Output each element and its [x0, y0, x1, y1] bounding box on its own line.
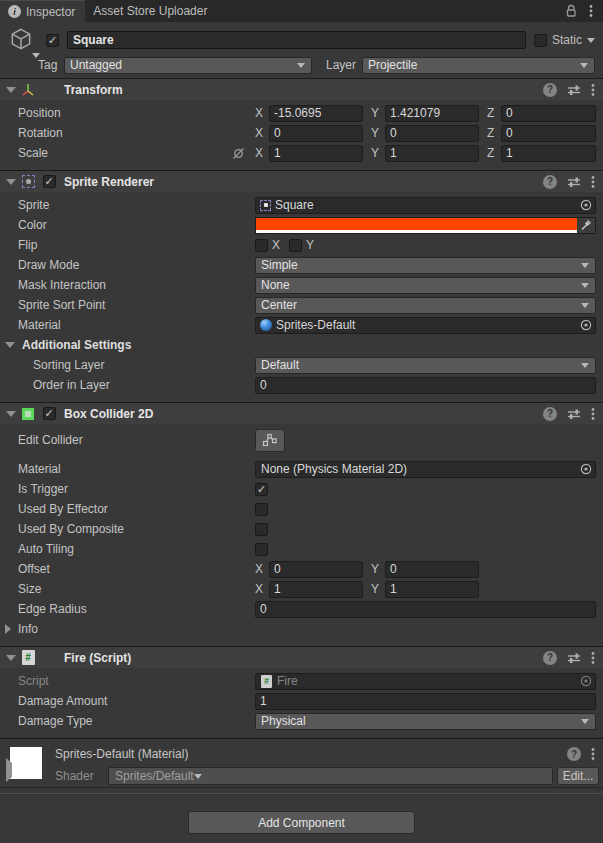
layer-dropdown[interactable]: Projectile	[362, 57, 595, 74]
tab-asset-store-uploader[interactable]: Asset Store Uploader	[85, 0, 217, 22]
foldout-open-icon[interactable]	[4, 179, 18, 185]
size-y-field[interactable]: 1	[385, 581, 479, 598]
unlinked-scale-icon[interactable]	[232, 147, 245, 160]
kebab-menu-icon[interactable]	[589, 4, 593, 18]
box-collider-header[interactable]: ✓ Box Collider 2D ?	[0, 402, 603, 424]
axis-z-label: Z	[487, 146, 499, 160]
static-checkbox[interactable]	[534, 34, 547, 47]
scale-x-field[interactable]: 1	[269, 145, 363, 162]
edge-radius-field[interactable]: 0	[255, 601, 596, 618]
physics-material-value: None (Physics Material 2D)	[258, 462, 579, 476]
transform-header[interactable]: Transform ?	[0, 78, 603, 100]
damage-amount-field[interactable]: 1	[255, 693, 596, 710]
script-object-field[interactable]: # Fire	[255, 673, 596, 690]
presets-icon[interactable]	[567, 408, 581, 420]
position-z-field[interactable]: 0	[501, 105, 596, 122]
foldout-closed-icon	[5, 624, 11, 634]
static-chevron-down-icon[interactable]	[587, 38, 595, 43]
help-icon[interactable]: ?	[543, 175, 557, 189]
color-swatch-field[interactable]	[255, 217, 596, 234]
physics-material-field[interactable]: None (Physics Material 2D)	[255, 461, 596, 478]
presets-icon[interactable]	[567, 84, 581, 96]
foldout-open-icon[interactable]	[4, 411, 18, 417]
help-icon[interactable]: ?	[543, 83, 557, 97]
object-picker-icon[interactable]	[579, 318, 593, 332]
unlocked-padlock-icon[interactable]	[565, 4, 577, 18]
used-by-effector-checkbox[interactable]	[255, 503, 268, 516]
info-row[interactable]: Info	[0, 619, 603, 639]
help-icon[interactable]: ?	[567, 747, 581, 761]
object-picker-icon[interactable]	[579, 674, 593, 688]
flip-x-label: X	[272, 238, 280, 252]
rotation-y-field[interactable]: 0	[385, 125, 479, 142]
checkmark-icon: ✓	[48, 35, 57, 46]
presets-icon[interactable]	[567, 176, 581, 188]
used-by-composite-checkbox[interactable]	[255, 523, 268, 536]
rotation-z-value: 0	[506, 126, 513, 140]
fire-script-title: Fire (Script)	[64, 651, 131, 665]
help-icon[interactable]: ?	[543, 651, 557, 665]
foldout-open-icon[interactable]	[4, 655, 18, 661]
gameobject-name-field[interactable]: Square	[67, 31, 526, 49]
flip-row: Flip X Y	[0, 235, 603, 255]
edge-radius-label: Edge Radius	[18, 602, 87, 616]
offset-x-field[interactable]: 0	[269, 561, 363, 578]
presets-icon[interactable]	[567, 652, 581, 664]
is-trigger-checkbox[interactable]: ✓	[255, 483, 268, 496]
add-component-button[interactable]: Add Component	[188, 811, 415, 834]
damage-type-dropdown[interactable]: Physical	[255, 713, 596, 730]
mask-interaction-dropdown[interactable]: None	[255, 277, 596, 294]
shader-row: Shader Sprites/Default Edit...	[0, 765, 603, 787]
object-picker-icon[interactable]	[579, 462, 593, 476]
material-preview-thumbnail[interactable]	[10, 747, 42, 779]
sprite-sort-point-dropdown[interactable]: Center	[255, 297, 596, 314]
color-swatch[interactable]	[256, 218, 577, 233]
sprite-object-field[interactable]: Square	[255, 197, 596, 214]
material-object-field[interactable]: Sprites-Default	[255, 317, 596, 334]
rotation-x-field[interactable]: 0	[269, 125, 363, 142]
kebab-menu-icon[interactable]	[591, 651, 595, 665]
sprite-renderer-icon	[20, 174, 36, 190]
script-page-icon: #	[261, 675, 272, 688]
sprite-renderer-enabled-checkbox[interactable]: ✓	[43, 175, 56, 188]
size-y-value: 1	[390, 582, 397, 596]
eyedropper-icon[interactable]	[577, 218, 595, 233]
foldout-open-icon[interactable]	[4, 87, 18, 93]
help-icon[interactable]: ?	[543, 407, 557, 421]
scale-y-field[interactable]: 1	[385, 145, 479, 162]
chevron-down-icon	[297, 63, 305, 68]
order-in-layer-field[interactable]: 0	[255, 377, 596, 394]
tab-inspector[interactable]: i Inspector	[0, 0, 85, 22]
foldout-closed-icon[interactable]	[6, 763, 12, 777]
offset-y-field[interactable]: 0	[385, 561, 479, 578]
additional-settings-row[interactable]: Additional Settings	[0, 335, 603, 355]
checkmark-icon: ✓	[257, 484, 266, 495]
rotation-z-field[interactable]: 0	[501, 125, 596, 142]
gameobject-cube-icon[interactable]	[8, 26, 40, 54]
position-y-field[interactable]: 1.421079	[385, 105, 479, 122]
checkmark-icon: ✓	[44, 176, 53, 187]
edit-collider-button[interactable]	[255, 429, 285, 452]
rotation-x-value: 0	[274, 126, 281, 140]
auto-tiling-checkbox[interactable]	[255, 543, 268, 556]
position-x-field[interactable]: -15.0695	[269, 105, 363, 122]
fire-script-header[interactable]: # Fire (Script) ?	[0, 646, 603, 668]
kebab-menu-icon[interactable]	[591, 407, 595, 421]
draw-mode-dropdown[interactable]: Simple	[255, 257, 596, 274]
shader-dropdown[interactable]: Sprites/Default	[108, 767, 553, 785]
axis-x-label: X	[255, 582, 267, 596]
tag-dropdown[interactable]: Untagged	[64, 57, 312, 74]
scale-z-field[interactable]: 1	[501, 145, 596, 162]
sprite-renderer-header[interactable]: ✓ Sprite Renderer ?	[0, 170, 603, 192]
shader-edit-button[interactable]: Edit...	[557, 767, 599, 785]
flip-y-checkbox[interactable]	[289, 239, 302, 252]
sorting-layer-dropdown[interactable]: Default	[255, 357, 596, 374]
gameobject-active-checkbox[interactable]: ✓	[46, 34, 59, 47]
box-collider-enabled-checkbox[interactable]: ✓	[43, 407, 56, 420]
flip-x-checkbox[interactable]	[255, 239, 268, 252]
kebab-menu-icon[interactable]	[591, 175, 595, 189]
kebab-menu-icon[interactable]	[591, 83, 595, 97]
kebab-menu-icon[interactable]	[591, 747, 595, 761]
size-x-field[interactable]: 1	[269, 581, 363, 598]
object-picker-icon[interactable]	[579, 198, 593, 212]
